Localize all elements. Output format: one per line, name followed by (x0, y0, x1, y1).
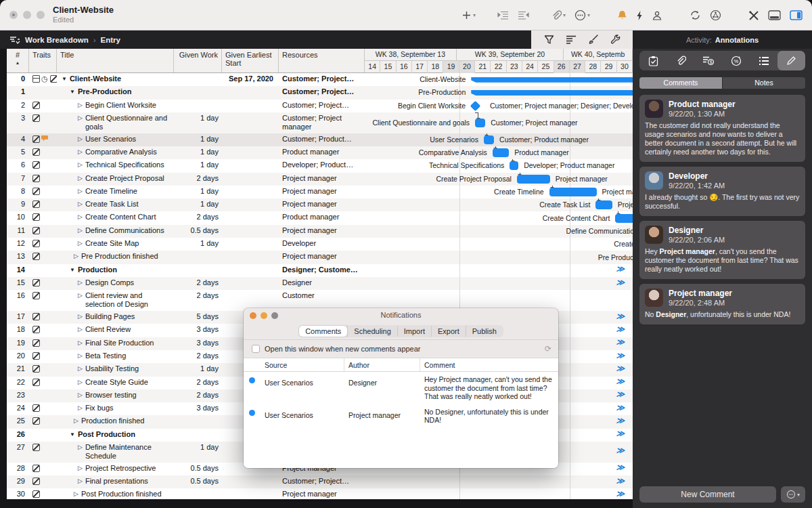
disclosure-triangle[interactable]: ▷ (78, 339, 83, 349)
disclosure-triangle[interactable]: ▼ (70, 266, 75, 276)
disclosure-triangle[interactable]: ▷ (78, 174, 83, 184)
column-header-given-earliest-start[interactable]: Given Earliest Start (222, 49, 279, 72)
disclosure-triangle[interactable]: ▷ (78, 477, 83, 487)
attach-button[interactable]: ▾ (551, 10, 566, 21)
dialog-tab-comments[interactable]: Comments (299, 326, 347, 337)
row-title-cell[interactable]: ▷ Browser testing (57, 389, 174, 402)
dialog-tab-import[interactable]: Import (397, 326, 431, 337)
table-row[interactable]: 30 ▷ Post Production finished Project ma… (7, 488, 633, 499)
add-button[interactable]: ▾ (461, 10, 476, 20)
row-title-cell[interactable]: ▷ Pre Production finished (57, 251, 174, 263)
row-title-cell[interactable]: ▷ Building Pages (57, 311, 174, 324)
outline-options-icon[interactable] (566, 35, 577, 45)
gantt-row[interactable]: Create TimelineProject manager (365, 186, 633, 198)
gantt-summary-bar[interactable] (471, 77, 633, 83)
gantt-row[interactable]: Client Questionnaire and goalsCustomer; … (365, 112, 633, 133)
progress-clock-icon[interactable]: % (722, 51, 750, 70)
row-title-cell[interactable]: ▼ Client-Website (57, 73, 174, 86)
disclosure-triangle[interactable]: ▷ (78, 325, 83, 335)
row-title-cell[interactable]: ▷ Client review and selection of Design (57, 290, 174, 311)
gantt-row[interactable]: Create Site Map (365, 238, 633, 251)
offscreen-bar-marker[interactable]: ≫ (616, 352, 625, 360)
breadcrumb[interactable]: Work Breakdown › Entry (9, 30, 120, 49)
details-rows-icon[interactable] (750, 51, 777, 70)
row-title-cell[interactable]: ▼ Production (57, 264, 174, 277)
disclosure-triangle[interactable]: ▷ (74, 252, 78, 262)
row-title-cell[interactable]: ▷ Create Timeline (57, 186, 174, 198)
gantt-row[interactable]: ≫ (365, 475, 633, 488)
gantt-row[interactable]: Create Content Chart (365, 211, 633, 224)
row-title-cell[interactable]: ▷ Define Maintenance Schedule (57, 442, 174, 463)
column-header-resources[interactable]: Resources (279, 49, 365, 72)
attachments-paperclip-icon[interactable] (667, 51, 695, 70)
dialog-minimize-button[interactable] (261, 312, 267, 319)
gantt-milestone-diamond[interactable] (470, 100, 480, 111)
comment-more-button[interactable]: ▾ (781, 486, 805, 503)
disclosure-triangle[interactable]: ▼ (70, 87, 75, 98)
offscreen-bar-marker[interactable]: ≫ (616, 446, 625, 455)
offscreen-bar-marker[interactable]: ≫ (616, 404, 625, 412)
offscreen-bar-marker[interactable]: ≫ (616, 278, 625, 287)
row-title-cell[interactable]: ▷ Post Production finished (57, 488, 174, 499)
table-row[interactable]: 0 ◷ ▼ Client-Website Sep 17, 2020 Custom… (7, 73, 633, 86)
row-title-cell[interactable]: ▷ Design Comps (57, 277, 174, 290)
disclosure-triangle[interactable]: ▷ (78, 135, 83, 145)
table-row[interactable]: 14 ▼ Production Designer; Custome… ≫ (7, 264, 633, 277)
gantt-row[interactable]: User ScenariosCustomer; Product manager (365, 133, 633, 146)
table-row[interactable]: 15 ▷ Design Comps 2 days Designer ≫ (7, 277, 633, 290)
gantt-task-bar[interactable] (510, 161, 518, 170)
notifications-dialog[interactable]: Notifications CommentsSchedulingImportEx… (244, 308, 558, 468)
comment-card[interactable]: Product manager 9/22/20, 1:30 AM The cus… (639, 95, 805, 162)
offscreen-bar-marker[interactable]: ≫ (616, 265, 625, 274)
disclosure-triangle[interactable]: ▷ (78, 161, 83, 171)
disclosure-triangle[interactable]: ▷ (78, 226, 83, 236)
gantt-row[interactable]: Technical SpecificationsDeveloper; Produ… (365, 159, 633, 172)
table-row[interactable]: 29 ▷ Final presentations 0.5 days Custom… (7, 475, 633, 488)
gantt-row[interactable]: ≫ (365, 488, 633, 499)
costs-list-icon[interactable]: $ (695, 51, 723, 70)
offscreen-bar-marker[interactable]: ≫ (616, 417, 625, 425)
notification-row[interactable]: User Scenarios Designer Hey Project mana… (244, 372, 558, 404)
refresh-icon[interactable]: ⟳ (545, 344, 551, 354)
gantt-row[interactable]: Pre Production finished (365, 251, 633, 263)
dialog-close-button[interactable] (250, 312, 256, 319)
outdent-button[interactable] (518, 11, 529, 20)
table-row[interactable]: 10 ▷ Create Content Chart 2 days Product… (7, 211, 633, 224)
gantt-row[interactable]: ≫ (365, 277, 633, 290)
disclosure-triangle[interactable]: ▼ (70, 430, 75, 440)
disclosure-triangle[interactable]: ▷ (78, 364, 83, 375)
column-header-title[interactable]: Title (57, 49, 174, 72)
disclosure-triangle[interactable]: ▷ (78, 443, 83, 461)
row-title-cell[interactable]: ▷ Usability Testing (57, 363, 174, 376)
gantt-row[interactable]: Comparative AnalysisProduct manager (365, 146, 633, 159)
window-controls[interactable] (9, 11, 45, 19)
column-source[interactable]: Source (261, 358, 344, 371)
zoom-button[interactable] (37, 11, 45, 19)
gantt-timeline-header[interactable]: WK 38, September 13WK 39, September 20WK… (365, 49, 633, 72)
disclosure-triangle[interactable]: ▷ (78, 404, 83, 414)
row-title-cell[interactable]: ▷ Fix bugs (57, 402, 174, 415)
table-row[interactable]: 13 ▷ Pre Production finished Project man… (7, 251, 633, 263)
table-row[interactable]: 8 ▷ Create Timeline 1 day Project manage… (7, 186, 633, 198)
dialog-tab-publish[interactable]: Publish (466, 326, 503, 337)
filter-icon[interactable] (544, 35, 554, 45)
disclosure-triangle[interactable]: ▷ (78, 378, 83, 388)
column-author[interactable]: Author (344, 358, 420, 371)
network-icon[interactable] (710, 9, 721, 21)
column-header-given-work[interactable]: Given Work (174, 49, 222, 72)
table-row[interactable]: 4 ▷ User Scenarios 1 day Customer; Produ… (7, 133, 633, 146)
comment-card[interactable]: Project manager 9/22/20, 2:48 AM No Desi… (639, 284, 805, 324)
dialog-tab-export[interactable]: Export (431, 326, 466, 337)
row-title-cell[interactable]: ▷ User Scenarios (57, 133, 174, 146)
notifications-bell-icon[interactable] (617, 10, 627, 21)
gantt-task-bar[interactable] (615, 214, 633, 223)
row-title-cell[interactable]: ▷ Create Content Chart (57, 211, 174, 224)
row-title-cell[interactable]: ▷ Technical Specifications (57, 159, 174, 172)
dialog-window-controls[interactable] (250, 312, 278, 319)
row-title-cell[interactable]: ▷ Client Questionnaire and goals (57, 112, 174, 133)
sync-icon[interactable] (690, 9, 701, 21)
disclosure-triangle[interactable]: ▷ (74, 417, 78, 427)
row-title-cell[interactable]: ▷ Create Style Guide (57, 377, 174, 389)
disclosure-triangle[interactable]: ▷ (78, 101, 83, 111)
disclosure-triangle[interactable]: ▷ (78, 391, 83, 401)
